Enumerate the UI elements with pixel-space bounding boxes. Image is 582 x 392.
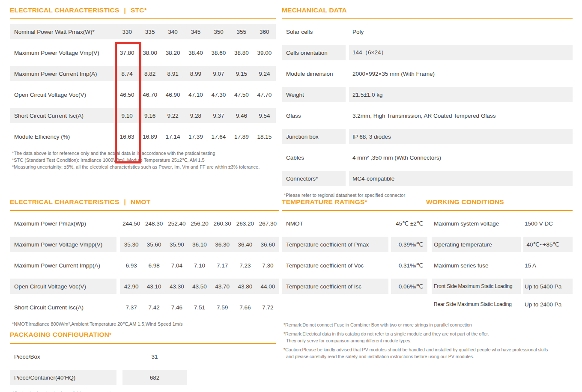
- cell-value: 6.98: [143, 262, 165, 269]
- temperature-section-heading: TEMPERATURE RATINGS*: [282, 198, 426, 206]
- table-row: Maximum Power Pmax(Wp) 244.50 248.30 252…: [10, 216, 279, 231]
- row-values: 42.90 43.10 43.30 43.50 43.70 43.80 44.0…: [120, 279, 279, 294]
- table-row: Short Circuit Current Isc(A) 9.10 9.16 9…: [10, 108, 276, 123]
- cell-value: 36.60: [257, 241, 279, 248]
- table-row: Maximum Power Voltage Vmp(V) 37.80 38.00…: [10, 45, 276, 60]
- heading-divider: |: [124, 6, 126, 15]
- cell-value: 43.10: [143, 283, 165, 290]
- cell-value: 17.14: [161, 134, 184, 140]
- section-divider: [10, 210, 279, 211]
- cell-value: 9.37: [207, 113, 230, 119]
- cell-value: 9.24: [253, 71, 276, 77]
- table-row: Maximum system voltage 1500 V DC: [432, 216, 573, 231]
- table-row: Solar cells Poly: [282, 24, 573, 39]
- row-label: Rear Side Maximum Static Loading: [432, 297, 521, 312]
- cell-value: 43.80: [234, 283, 257, 290]
- cell-value: 36.30: [211, 241, 234, 248]
- table-row: Module Efficiency (%) 16.63 16.89 17.14 …: [10, 129, 276, 144]
- cell-value: 7.72: [257, 304, 279, 311]
- row-value: MC4-compatible: [349, 171, 573, 186]
- cell-value: 7.30: [257, 262, 279, 269]
- stc-section-heading: ELECTRICAL CHARACTERISTICS | STC*: [10, 6, 276, 15]
- row-value: 21.5±1.0 kg: [349, 87, 573, 102]
- row-values: 7.37 7.42 7.46 7.51 7.59 7.66 7.72: [120, 300, 279, 315]
- table-row: Piece/Box 31: [10, 349, 276, 364]
- cell-value: 9.10: [116, 113, 138, 119]
- row-value: 2000×992×35 mm (With Frame): [349, 66, 573, 81]
- cell-value: 335: [138, 29, 161, 35]
- row-values: 46.50 46.70 46.90 47.10 47.30 47.50 47.7…: [116, 87, 276, 102]
- cell-value: 43.70: [211, 283, 234, 290]
- table-row: Cells orientation 144（6×24）: [282, 45, 573, 60]
- row-value: Up to 5400 Pa: [523, 279, 573, 294]
- row-values: 16.63 16.89 17.14 17.39 17.64 17.89 18.1…: [116, 129, 276, 144]
- row-label: Module Efficiency (%): [10, 129, 116, 144]
- cell-value: 7.42: [143, 304, 165, 311]
- row-value: 0.06%/℃: [391, 279, 427, 294]
- table-row: Junction box IP 68, 3 diodes: [282, 129, 573, 144]
- cell-value: 260.30: [211, 220, 234, 227]
- heading-divider: |: [124, 198, 126, 206]
- cell-value: 47.30: [207, 92, 230, 98]
- right-middle-section: TEMPERATURE RATINGS* WORKING CONDITIONS …: [282, 198, 573, 359]
- footnote: *The data above is for reference only an…: [12, 150, 276, 157]
- datasheet-page: ELECTRICAL CHARACTERISTICS | STC* Nomina…: [0, 0, 582, 392]
- cell-value: 7.59: [211, 304, 234, 311]
- cell-value: 42.90: [120, 283, 143, 290]
- cell-value: 7.37: [120, 304, 143, 311]
- row-value: -40℃~+85℃: [523, 237, 573, 252]
- cell-value: 36.10: [188, 241, 211, 248]
- cell-value: 8.91: [161, 71, 184, 77]
- packaging-table: Piece/Box 31 Piece/Container(40’HQ) 682: [10, 349, 276, 385]
- cell-value: 17.39: [184, 134, 207, 140]
- row-label: Temperature coefficient of Voc: [282, 258, 388, 273]
- row-label: Temperature coefficient of Pmax: [282, 237, 388, 252]
- cell-value: 9.28: [184, 113, 207, 119]
- table-row: Temperature coefficient of Isc 0.06%/℃: [282, 279, 427, 294]
- cell-value: 248.30: [143, 220, 165, 227]
- row-values: 37.80 38.00 38.20 38.40 38.60 38.80 39.0…: [116, 45, 276, 60]
- table-row: Weight 21.5±1.0 kg: [282, 87, 573, 102]
- cell-value: 38.60: [207, 50, 230, 56]
- cell-value: 38.00: [138, 50, 161, 56]
- stc-subtitle: STC*: [131, 6, 147, 15]
- remarks-block: *Remark:Do not connect Fuse in Combiner …: [282, 322, 573, 359]
- cell-value: 355: [230, 29, 253, 35]
- cell-value: 345: [184, 29, 207, 35]
- temperature-table: NMOT 45℃ ±2℃ Temperature coefficient of …: [282, 216, 427, 294]
- working-title: WORKING CONDITIONS: [426, 198, 504, 206]
- cell-value: 16.63: [116, 134, 138, 140]
- row-value: 15 A: [523, 258, 573, 273]
- remark-line: *Caution:Please be kindly advised that P…: [284, 347, 573, 353]
- row-label: Module dimension: [282, 66, 346, 81]
- table-row: Maximum Power Current Imp(A) 8.74 8.82 8…: [10, 66, 276, 81]
- stc-footnotes: *The data above is for reference only an…: [10, 150, 276, 170]
- packaging-title: PACKAGING CONFIGURATION: [10, 330, 109, 339]
- row-label: Glass: [282, 108, 346, 123]
- cell-value: 43.30: [165, 283, 188, 290]
- row-label: Maximum Power Voltage Vmpp(V): [10, 237, 116, 252]
- row-label: Short Circuit Current Isc(A): [10, 108, 116, 123]
- row-label: Front Side Maximum Static Loading: [432, 279, 521, 294]
- row-label: Maximum series fuse: [432, 258, 521, 273]
- row-label: Maximum Power Pmax(Wp): [10, 216, 116, 231]
- cell-value: 39.00: [253, 50, 276, 56]
- row-value: 3.2mm, High Transmission, AR Coated Temp…: [349, 108, 573, 123]
- mechanical-title: MECHANICAL DATA: [282, 6, 347, 15]
- section-divider: [10, 18, 276, 19]
- remark-line: *Remark:Electrical data in this catalog …: [284, 331, 573, 337]
- cell-value: 46.50: [116, 92, 138, 98]
- cell-value: 350: [207, 29, 230, 35]
- cell-value: 330: [116, 29, 138, 35]
- row-value: 1500 V DC: [523, 216, 573, 231]
- table-row: Open Circuit Voltage Voc(V) 46.50 46.70 …: [10, 87, 276, 102]
- cell-value: 7.66: [234, 304, 257, 311]
- nmot-section-heading: ELECTRICAL CHARACTERISTICS | NMOT: [10, 198, 279, 206]
- row-label: Short Circuit Current Isc(A): [10, 300, 116, 315]
- footnote: *Measuring uncertainity: ±3%, all the el…: [12, 163, 276, 170]
- right-middle-tables: NMOT 45℃ ±2℃ Temperature coefficient of …: [282, 211, 573, 318]
- cell-value: 256.20: [188, 220, 211, 227]
- cell-value: 7.10: [188, 262, 211, 269]
- row-label: Cables: [282, 150, 346, 165]
- stc-table: Nominal Power Watt Pmax(W)* 330 335 340 …: [10, 24, 276, 144]
